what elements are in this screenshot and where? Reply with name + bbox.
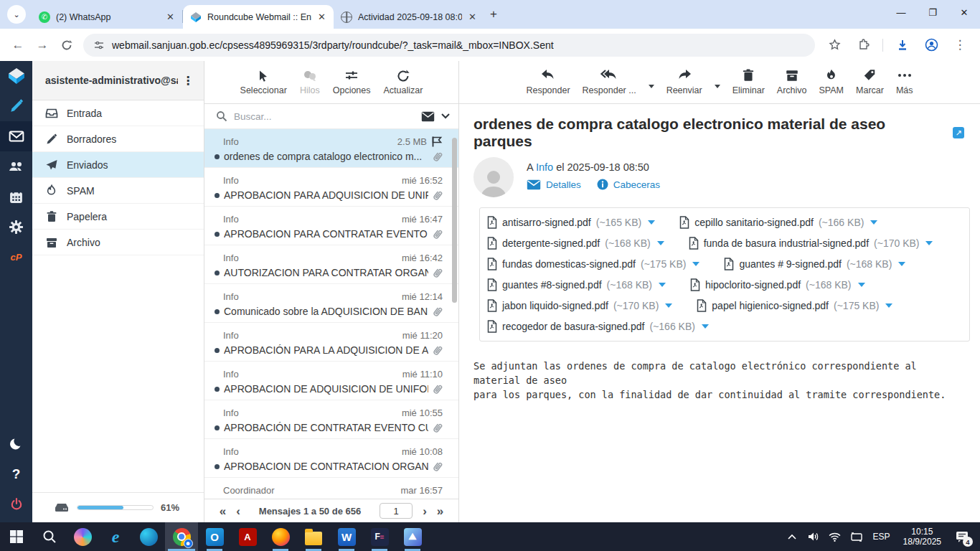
mail-nav-button[interactable]	[0, 121, 32, 151]
minimize-button[interactable]: —	[885, 0, 917, 24]
list-scrollbar[interactable]	[452, 138, 457, 303]
reply-all-button[interactable]: Responder ...	[583, 67, 636, 95]
language-indicator[interactable]: ESP	[869, 532, 895, 542]
attachment-menu-icon[interactable]	[885, 303, 892, 308]
start-button[interactable]	[0, 522, 33, 551]
file-explorer-button[interactable]	[297, 522, 330, 551]
volume-icon[interactable]	[804, 522, 823, 551]
extensions-icon[interactable]	[851, 33, 875, 57]
reload-button[interactable]	[55, 33, 79, 57]
forward-button[interactable]: Reenviar	[666, 67, 702, 95]
back-button[interactable]: ←	[6, 33, 30, 57]
calendar-nav-button[interactable]	[0, 182, 32, 212]
list-item[interactable]: Infomié 10:55 APROBACIÓN DE CONTRATAR EV…	[204, 400, 458, 439]
attachment-link[interactable]: recogedor de basura-signed.pdf(~166 KB)	[487, 318, 709, 335]
close-window-button[interactable]: ✕	[948, 0, 980, 24]
settings-gear-icon[interactable]	[0, 212, 32, 242]
taskbar-search-button[interactable]	[33, 522, 66, 551]
list-item[interactable]: Coordinadormar 16:57	[204, 478, 458, 499]
notification-center-button[interactable]: 4	[950, 522, 974, 551]
last-page-button[interactable]: »	[437, 505, 443, 517]
open-in-new-window-icon[interactable]: ↗	[953, 127, 964, 138]
edge-button[interactable]	[132, 522, 165, 551]
attachment-menu-icon[interactable]	[659, 283, 666, 287]
attachment-menu-icon[interactable]	[925, 241, 933, 245]
display-connect-icon[interactable]	[847, 522, 866, 551]
cpanel-icon[interactable]: cP	[0, 242, 32, 272]
acrobat-button[interactable]: A	[231, 522, 264, 551]
folder-papelera[interactable]: Papelera	[32, 204, 204, 230]
attachment-link[interactable]: guantes #8-signed.pdf(~168 KB)	[487, 276, 666, 293]
profile-icon[interactable]	[919, 33, 943, 57]
fs-app-button[interactable]: F≡	[363, 522, 396, 551]
attachment-link[interactable]: papel higienico-signed.pdf(~175 KB)	[697, 297, 892, 314]
list-item[interactable]: Infomié 11:10 APROBACION DE ADQUISICION …	[204, 362, 458, 400]
wifi-icon[interactable]	[826, 522, 844, 551]
attachment-link[interactable]: jabon liquido-signed.pdf(~170 KB)	[487, 297, 672, 314]
attachment-link[interactable]: antisarro-signed.pdf(~165 KB)	[487, 214, 655, 231]
attachment-link[interactable]: cepillo sanitario-signed.pdf(~166 KB)	[679, 214, 877, 231]
headers-link[interactable]: Cabeceras	[597, 179, 660, 190]
page-input[interactable]	[380, 503, 413, 519]
chevron-down-icon[interactable]	[441, 113, 450, 119]
new-tab-button[interactable]: +	[490, 7, 497, 22]
bookmark-star-icon[interactable]	[822, 33, 847, 57]
attachment-link[interactable]: guantes # 9-signed.pdf(~168 KB)	[724, 255, 905, 273]
attachment-menu-icon[interactable]	[898, 262, 905, 266]
attachment-menu-icon[interactable]	[702, 324, 709, 329]
tab-whatsapp[interactable]: ✆ (2) WhatsApp ✕	[32, 5, 182, 29]
attachment-menu-icon[interactable]	[870, 220, 877, 225]
downloads-icon[interactable]	[890, 33, 915, 57]
more-button[interactable]: Más	[896, 67, 913, 95]
tray-expand-icon[interactable]	[783, 522, 801, 551]
attachment-menu-icon[interactable]	[858, 283, 865, 287]
archive-button[interactable]: Archivo	[777, 67, 807, 95]
flag-icon[interactable]	[431, 136, 443, 148]
list-item[interactable]: Infomié 16:52 APROBACION PARA ADQUISICIO…	[204, 168, 458, 207]
folder-entrada[interactable]: Entrada	[32, 100, 204, 126]
clock[interactable]: 10:15 18/9/2025	[897, 527, 947, 547]
attachment-link[interactable]: hipoclorito-signed.pdf(~168 KB)	[690, 276, 865, 293]
list-item[interactable]: Infomié 11:20 APROBACIÓN PARA LA ADQUISI…	[204, 323, 458, 362]
help-icon[interactable]: ?	[0, 459, 32, 489]
url-bar[interactable]: webmail.sanjuan.gob.ec/cpsess4895969315/…	[83, 34, 815, 57]
logout-power-icon[interactable]	[0, 489, 32, 519]
tab-roundcube[interactable]: Roundcube Webmail :: Enviados ✕	[183, 5, 334, 29]
folder-enviados[interactable]: Enviados	[32, 152, 204, 178]
first-page-button[interactable]: «	[220, 505, 226, 517]
firefox-button[interactable]	[264, 522, 297, 551]
compose-button[interactable]	[0, 91, 32, 121]
chrome-button[interactable]: ☻	[165, 522, 198, 551]
options-button[interactable]: Opciones	[333, 69, 371, 95]
dark-mode-moon-icon[interactable]	[0, 429, 32, 459]
attachment-menu-icon[interactable]	[657, 241, 664, 245]
outlook-button[interactable]: O	[198, 522, 231, 551]
reply-button[interactable]: Responder	[526, 67, 570, 95]
photos-button[interactable]: ⛰	[396, 522, 429, 551]
list-item[interactable]: Infomié 10:08 APROBACION DE CONTRATACION…	[204, 439, 458, 478]
mark-button[interactable]: Marcar	[856, 67, 884, 95]
search-input[interactable]	[234, 111, 415, 122]
attachment-menu-icon[interactable]	[665, 303, 672, 308]
delete-button[interactable]: Eliminar	[732, 67, 765, 95]
folder-archivo[interactable]: Archivo	[32, 230, 204, 255]
recipient-link[interactable]: Info	[536, 161, 553, 173]
select-button[interactable]: Seleccionar	[240, 69, 287, 95]
word-button[interactable]: W	[330, 522, 363, 551]
copilot-button[interactable]	[66, 522, 99, 551]
tab-actividad[interactable]: Actividad 2025-09-18 08:00:00 ✕	[334, 5, 484, 29]
close-icon[interactable]: ✕	[164, 11, 176, 22]
folder-spam[interactable]: SPAM	[32, 178, 204, 204]
forward-button[interactable]: →	[30, 33, 55, 57]
internet-explorer-button[interactable]: e	[99, 522, 132, 551]
attachment-link[interactable]: detergente-signed.pdf(~168 KB)	[487, 235, 664, 252]
scope-envelope-icon[interactable]	[421, 111, 435, 122]
list-item[interactable]: Infomié 12:14 Comunicado sobre la ADQUIS…	[204, 284, 458, 323]
next-page-button[interactable]: ›	[423, 505, 427, 517]
folder-options-icon[interactable]: ⋮	[178, 74, 198, 88]
details-link[interactable]: Detalles	[527, 179, 581, 190]
spam-button[interactable]: SPAM	[819, 67, 844, 95]
list-item[interactable]: Infomié 16:47 APROBACION PARA CONTRATAR …	[204, 207, 458, 245]
restore-button[interactable]: ❐	[917, 0, 948, 24]
tab-search-button[interactable]: ⌄	[7, 5, 26, 24]
